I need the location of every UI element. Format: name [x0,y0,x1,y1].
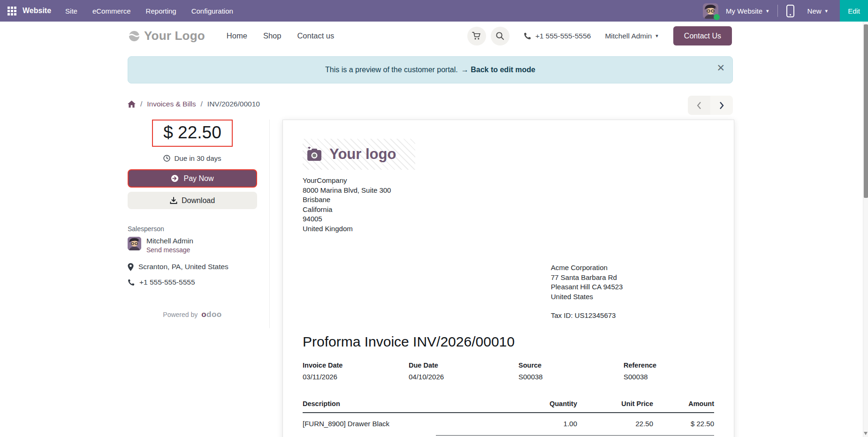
invoice-logo-placeholder: Your logo [303,139,415,170]
record-pager [688,96,733,115]
scrollbar-thumb[interactable] [864,24,868,198]
salesperson-row: Mitchell Admin Send message [128,237,257,254]
scrollbar-down-arrow[interactable] [864,432,868,435]
arrow-right-circle-icon [171,174,179,182]
customer-city: Pleasant Hill CA 94523 [551,282,714,292]
chevron-down-icon: ▾ [655,33,658,39]
odoo-logo[interactable]: odoo [201,310,222,319]
portal-preview-alert: This is a preview of the customer portal… [128,56,733,83]
table-header-row: Description Quantity Unit Price Amount [303,400,714,413]
apps-grid-icon[interactable] [8,7,16,15]
chevron-left-icon [696,101,702,110]
powered-by: Powered by odoo [128,310,257,319]
salesperson-avatar [128,237,141,250]
website-navbar: Your Logo Home Shop Contact us [0,22,868,50]
table-footer: Payment terms: 30 Days Total $ 22.50 [303,435,714,437]
navbar-right-cluster: +1 555-555-5556 Mitchell Admin ▾ Contact… [463,26,732,45]
invoice-logo-text: Your logo [329,146,396,163]
edit-button[interactable]: Edit [840,0,868,22]
due-date-line: Due in 30 days [128,154,257,162]
salesperson-identity: Mitchell Admin Send message [146,237,193,254]
info-due-date: Due Date 04/10/2026 [409,362,518,381]
user-account-dropdown[interactable]: Mitchell Admin ▾ [605,32,658,40]
company-name: YourCompany [303,176,714,186]
pay-now-button[interactable]: Pay Now [128,169,257,188]
back-to-edit-link[interactable]: → Back to edit mode [461,66,535,74]
download-icon [170,197,177,204]
search-button[interactable] [491,27,510,45]
invoice-sidebar: $ 22.50 Due in 30 days Pay Now [128,120,270,328]
site-logo[interactable]: Your Logo [129,29,205,43]
mobile-icon [786,5,794,17]
nav-link-contact-us[interactable]: Contact us [297,31,334,40]
company-city: Brisbane [303,195,714,205]
nav-link-home[interactable]: Home [227,31,247,40]
nav-link-shop[interactable]: Shop [263,31,282,40]
contact-us-button[interactable]: Contact Us [673,26,732,45]
close-icon[interactable]: ✕ [716,63,725,73]
website-switcher-dropdown[interactable]: My Website ▾ [726,7,769,15]
amount-due-box: $ 22.50 [152,120,233,147]
app-menu-website[interactable]: Website [23,7,51,15]
breadcrumb-row: / Invoices & Bills / INV/2026/00010 [128,96,733,115]
logo-globe-icon [129,30,140,42]
cart-icon [472,31,481,40]
customer-country: United States [551,292,714,302]
customer-tax-id: Tax ID: US12345673 [551,311,714,319]
menu-reporting[interactable]: Reporting [146,7,176,15]
download-button[interactable]: Download [128,192,257,209]
menu-configuration[interactable]: Configuration [191,7,233,15]
company-address-block: YourCompany 8000 Marina Blvd, Suite 300 … [303,176,714,234]
clock-icon [163,155,170,162]
total-row: Total $ 22.50 [436,435,714,437]
menu-ecommerce[interactable]: eCommerce [92,7,131,15]
header-phone-link[interactable]: +1 555-555-5556 [524,32,591,40]
preview-message: This is a preview of the customer portal… [325,66,458,74]
breadcrumb-separator: / [140,100,142,108]
page-scrollbar[interactable] [863,22,868,437]
breadcrumb-current: INV/2026/00010 [207,100,260,108]
company-zip: 94005 [303,214,714,224]
invoice-title: Proforma Invoice INV/2026/00010 [303,334,714,350]
company-state: California [303,205,714,215]
menu-site[interactable]: Site [65,7,77,15]
breadcrumb-invoices-bills[interactable]: Invoices & Bills [147,100,196,108]
info-invoice-date: Invoice Date 03/11/2026 [303,362,409,381]
info-reference: Reference S00038 [624,362,656,381]
salesperson-phone[interactable]: +1 555-555-5555 [128,278,257,286]
search-icon [495,31,504,40]
send-message-link[interactable]: Send message [146,246,193,254]
map-pin-icon [128,263,134,271]
customer-address-block: Acme Corporation 77 Santa Barbara Rd Ple… [551,263,714,319]
portal-page: Website Site eCommerce Reporting Configu… [0,0,868,437]
topbar-right-cluster: My Website ▾ New ▾ Edit [703,0,868,22]
chevron-right-icon [719,101,724,110]
invoice-lines-table: Description Quantity Unit Price Amount [… [303,400,714,437]
nav-links: Home Shop Contact us [227,31,334,40]
customer-street: 77 Santa Barbara Rd [551,273,714,283]
company-country: United Kingdom [303,224,714,234]
pager-previous-button[interactable] [688,96,710,115]
chevron-down-icon: ▾ [825,8,828,14]
salesperson-location: Scranton, PA, United States [128,263,257,271]
pager-next-button[interactable] [710,96,733,115]
cart-button[interactable] [467,27,486,45]
camera-icon [306,147,323,162]
topbar-divider [777,5,778,17]
phone-icon [524,32,531,40]
info-source: Source S00038 [518,362,624,381]
home-icon[interactable] [128,100,136,108]
avatar[interactable] [703,3,718,19]
invoice-document-card: Your logo YourCompany 8000 Marina Blvd, … [282,120,734,437]
breadcrumb-separator: / [201,100,203,108]
online-status-dot [714,14,720,20]
site-logo-text: Your Logo [144,29,205,43]
invoice-info-row: Invoice Date 03/11/2026 Due Date 04/10/2… [303,362,714,381]
phone-icon [128,279,135,286]
mobile-preview-button[interactable] [786,5,794,17]
new-dropdown[interactable]: New ▾ [807,7,828,15]
company-street: 8000 Marina Blvd, Suite 300 [303,186,714,196]
table-row: [FURN_8900] Drawer Black 1.00 22.50 $ 22… [303,413,714,433]
salesperson-label: Salesperson [128,225,257,233]
breadcrumb: / Invoices & Bills / INV/2026/00010 [128,96,260,108]
